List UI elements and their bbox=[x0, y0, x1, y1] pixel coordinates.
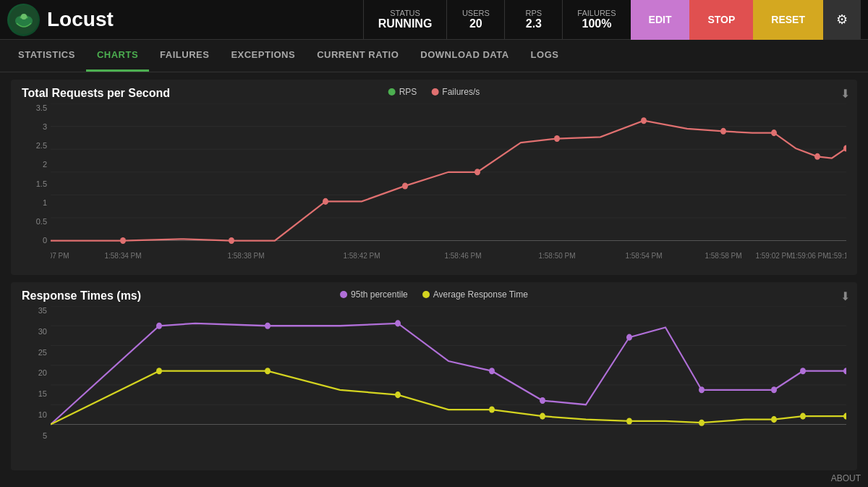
reset-button[interactable]: RESET bbox=[753, 0, 823, 40]
nav-failures[interactable]: FAILURES bbox=[149, 40, 220, 72]
rps-y-axis: 3.5 3 2.5 2 1.5 1 0.5 0 bbox=[22, 103, 51, 263]
rps-value: 2.3 bbox=[526, 17, 542, 30]
svg-point-47 bbox=[699, 386, 705, 393]
edit-button[interactable]: EDIT bbox=[631, 0, 690, 40]
response-y-25: 25 bbox=[38, 348, 47, 357]
svg-point-60 bbox=[843, 413, 846, 420]
svg-text:1:54:07 PM: 1:54:07 PM bbox=[51, 251, 69, 261]
svg-point-55 bbox=[540, 413, 545, 420]
svg-point-53 bbox=[395, 391, 401, 398]
svg-point-58 bbox=[771, 416, 777, 423]
nav-charts[interactable]: CHARTS bbox=[86, 40, 149, 72]
svg-point-43 bbox=[395, 320, 401, 326]
svg-text:1:58:46 PM: 1:58:46 PM bbox=[444, 251, 481, 261]
rps-legend-label-rps: RPS bbox=[399, 87, 417, 97]
svg-text:1:58:34 PM: 1:58:34 PM bbox=[104, 251, 141, 261]
header-buttons: EDIT STOP RESET ⚙ bbox=[631, 0, 861, 40]
rps-stat: RPS 2.3 bbox=[504, 0, 562, 40]
response-legend-dot-95th bbox=[340, 291, 347, 298]
stop-button[interactable]: STOP bbox=[689, 0, 753, 40]
svg-point-44 bbox=[489, 368, 495, 374]
response-download-button[interactable]: ⬇ bbox=[841, 289, 850, 303]
svg-point-54 bbox=[489, 406, 495, 412]
response-chart-container: Response Times (ms) 95th percentile Aver… bbox=[11, 282, 857, 470]
users-value: 20 bbox=[469, 17, 482, 30]
failures-label: FAILURES bbox=[577, 9, 616, 17]
svg-point-49 bbox=[800, 368, 806, 374]
rps-y-1: 1 bbox=[43, 198, 47, 207]
response-legend-avg: Average Response Time bbox=[422, 289, 528, 300]
svg-point-52 bbox=[265, 368, 271, 374]
rps-y-2-5: 2.5 bbox=[36, 141, 47, 150]
response-y-5: 5 bbox=[43, 431, 47, 440]
header-stats: STATUS RUNNING USERS 20 RPS 2.3 FAILURES… bbox=[363, 0, 631, 40]
nav-current-ratio[interactable]: CURRENT RATIO bbox=[306, 40, 409, 72]
rps-legend-dot-failures bbox=[431, 88, 438, 96]
svg-point-2 bbox=[21, 14, 27, 20]
settings-button[interactable]: ⚙ bbox=[823, 0, 861, 40]
about-button[interactable]: ABOUT bbox=[831, 473, 861, 483]
svg-text:1:59:06 PM: 1:59:06 PM bbox=[791, 251, 828, 261]
svg-point-20 bbox=[814, 153, 820, 160]
svg-text:1:58:54 PM: 1:58:54 PM bbox=[625, 251, 662, 261]
charts-area: Total Requests per Second RPS Failures/s… bbox=[0, 72, 868, 485]
svg-point-17 bbox=[641, 117, 647, 124]
rps-legend-rps: RPS bbox=[388, 87, 417, 97]
failures-stat: FAILURES 100% bbox=[562, 0, 630, 40]
failures-value: 100% bbox=[582, 17, 611, 30]
nav-exceptions[interactable]: EXCEPTIONS bbox=[220, 40, 306, 72]
rps-y-0: 0 bbox=[43, 236, 47, 245]
rps-chart-inner: 3.5 3 2.5 2 1.5 1 0.5 0 bbox=[22, 103, 846, 263]
status-stat: STATUS RUNNING bbox=[363, 0, 447, 40]
svg-text:1:59:02 PM: 1:59:02 PM bbox=[755, 251, 792, 261]
rps-y-3-5: 3.5 bbox=[36, 103, 47, 112]
nav-download-data[interactable]: DOWNLOAD DATA bbox=[409, 40, 519, 72]
svg-point-57 bbox=[699, 420, 705, 426]
rps-y-2: 2 bbox=[43, 160, 47, 169]
svg-point-15 bbox=[475, 169, 480, 175]
rps-download-button[interactable]: ⬇ bbox=[841, 87, 850, 101]
svg-point-11 bbox=[120, 237, 126, 244]
response-y-axis: 35 30 25 20 15 10 5 bbox=[22, 306, 51, 458]
app-title: Locust bbox=[47, 8, 114, 31]
nav-statistics[interactable]: STATISTICS bbox=[7, 40, 86, 72]
svg-point-50 bbox=[843, 368, 846, 374]
svg-text:1:59:10 PM: 1:59:10 PM bbox=[827, 251, 846, 261]
logo-icon bbox=[7, 4, 40, 36]
response-y-15: 15 bbox=[38, 389, 47, 398]
app-logo: Locust bbox=[7, 4, 114, 36]
svg-point-41 bbox=[156, 323, 162, 329]
svg-text:1:58:50 PM: 1:58:50 PM bbox=[538, 251, 575, 261]
rps-svg: 1:54:07 PM 1:58:34 PM 1:58:38 PM 1:58:42… bbox=[51, 103, 846, 263]
svg-point-59 bbox=[800, 413, 806, 420]
response-legend-dot-avg bbox=[422, 291, 430, 298]
svg-point-46 bbox=[626, 334, 632, 341]
status-value: RUNNING bbox=[378, 17, 433, 30]
svg-point-19 bbox=[771, 130, 777, 136]
rps-chart-svg-area: 1:54:07 PM 1:58:34 PM 1:58:38 PM 1:58:42… bbox=[51, 103, 846, 263]
main-nav: STATISTICS CHARTS FAILURES EXCEPTIONS CU… bbox=[0, 40, 868, 72]
response-chart-legend: 95th percentile Average Response Time bbox=[340, 289, 528, 300]
response-y-10: 10 bbox=[38, 410, 47, 419]
svg-point-56 bbox=[626, 418, 632, 424]
svg-text:1:58:58 PM: 1:58:58 PM bbox=[705, 251, 741, 261]
response-legend-label-avg: Average Response Time bbox=[433, 289, 528, 300]
response-chart-inner: 35 30 25 20 15 10 5 bbox=[22, 306, 846, 458]
svg-point-12 bbox=[229, 237, 234, 244]
response-chart-svg-area bbox=[51, 306, 846, 458]
svg-point-16 bbox=[554, 135, 560, 142]
svg-text:1:58:42 PM: 1:58:42 PM bbox=[343, 251, 380, 261]
rps-chart-legend: RPS Failures/s bbox=[388, 87, 480, 97]
svg-point-51 bbox=[156, 368, 162, 374]
svg-point-14 bbox=[402, 182, 408, 189]
response-legend-label-95th: 95th percentile bbox=[351, 289, 408, 300]
app-header: Locust STATUS RUNNING USERS 20 RPS 2.3 F… bbox=[0, 0, 868, 40]
response-y-35: 35 bbox=[38, 306, 47, 315]
svg-point-13 bbox=[323, 198, 328, 205]
rps-y-1-5: 1.5 bbox=[36, 179, 47, 188]
svg-point-48 bbox=[771, 386, 777, 393]
status-label: STATUS bbox=[390, 9, 420, 17]
nav-logs[interactable]: LOGS bbox=[520, 40, 570, 72]
rps-y-3: 3 bbox=[43, 122, 47, 131]
svg-text:1:58:38 PM: 1:58:38 PM bbox=[227, 251, 264, 261]
